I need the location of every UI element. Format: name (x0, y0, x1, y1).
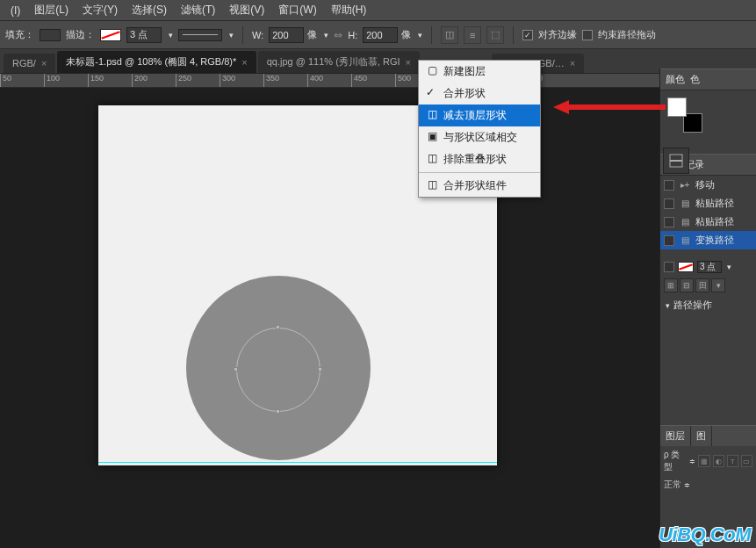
dropdown-arrow-icon[interactable]: ▾ (229, 31, 234, 40)
alignment-icon-row: ⊞ ⊟ 田 ▾ (660, 276, 756, 295)
align-edges-checkbox[interactable] (522, 30, 533, 40)
dropdown-arrow-icon[interactable]: ▾ (418, 31, 422, 40)
exclude-icon: ◫ (428, 152, 438, 162)
foreground-color[interactable] (667, 97, 687, 117)
document-tab[interactable]: 未标题-1.psd @ 108% (椭圆 4, RGB/8)*× (57, 51, 256, 73)
history-item[interactable]: ▸+移动 (660, 176, 756, 194)
svg-rect-2 (670, 160, 682, 162)
menu-item[interactable]: (I) (4, 4, 27, 17)
menu-bar: (I) 图层(L) 文字(Y) 选择(S) 滤镜(T) 视图(V) 窗口(W) … (0, 0, 756, 21)
document-icon: ▤ (679, 217, 691, 227)
document-icon: ▤ (679, 198, 691, 209)
path-operations-button[interactable]: ◫ (441, 26, 458, 44)
close-icon[interactable]: × (406, 57, 411, 68)
menu-item[interactable]: 文字(Y) (76, 3, 125, 18)
align-button[interactable]: ⊞ (664, 278, 678, 292)
intersect-icon: ▣ (428, 130, 438, 141)
filter-type-icon[interactable]: T (727, 455, 738, 467)
fill-mini-swatch[interactable] (664, 262, 674, 272)
history-item[interactable]: ▤粘贴路径 (660, 213, 756, 231)
layers-panel-tabs: 图层 图 (660, 425, 756, 446)
path-anchor-handle[interactable] (234, 367, 238, 371)
stroke-width-field[interactable] (126, 27, 162, 43)
menu-item-combine-shapes[interactable]: ✓ 合并形状 (419, 83, 540, 105)
panel-tab-layers[interactable]: 图层 (660, 426, 691, 446)
document-tab[interactable]: qq.jpg @ 111% (秀川临慕, RGI× (258, 51, 420, 73)
stroke-mini-swatch[interactable] (678, 262, 694, 272)
svg-marker-0 (553, 100, 666, 114)
menu-item-new-layer[interactable]: ▢ 新建图层 (419, 61, 540, 83)
filter-adjustment-icon[interactable]: ◐ (713, 455, 724, 467)
subtract-icon: ◫ (428, 108, 438, 119)
right-panels: 颜色 色 历史记录 ▸+移动 ▤粘贴路径 ▤粘贴路径 ▤变换路径 ▾ ⊞ ⊟ 田… (659, 68, 756, 548)
panel-tab-paths[interactable]: 图 (691, 426, 712, 446)
fill-swatch[interactable] (40, 29, 61, 41)
shape-ellipse-inner-path[interactable] (236, 328, 320, 412)
filter-shape-icon[interactable]: ▭ (741, 455, 752, 467)
menu-item[interactable]: 视图(V) (222, 3, 271, 18)
align-button[interactable]: ⊟ (680, 278, 694, 292)
close-icon[interactable]: × (41, 58, 47, 68)
menu-item[interactable]: 窗口(W) (271, 3, 323, 18)
watermark: UiBQ.CoM (653, 522, 756, 548)
panel-tab-color[interactable]: 颜色 (666, 73, 685, 86)
blend-mode-row[interactable]: 正常 ≑ (660, 476, 756, 494)
merge-icon: ◫ (428, 178, 438, 189)
options-bar: 填充： 描边： ▾ ▾ W: 像 ▾ ⇔ H: 像 ▾ ◫ ≡ ⬚ 对齐边缘 约… (0, 21, 756, 49)
stroke-swatch[interactable] (100, 29, 121, 41)
layer-filter-row: ρ 类型 ≑ ▦ ◐ T ▭ (660, 446, 756, 476)
fill-label: 填充： (5, 28, 34, 41)
align-button[interactable]: 田 (695, 278, 709, 292)
stroke-width-mini[interactable] (697, 261, 722, 273)
check-icon: ✓ (426, 86, 435, 98)
horizontal-guide[interactable] (98, 462, 497, 463)
separator (431, 26, 432, 44)
separator (513, 26, 514, 44)
menu-item-merge-shape-components[interactable]: ◫ 合并形状组件 (419, 175, 540, 197)
panel-tab-swatches[interactable]: 色 (690, 73, 700, 86)
panel-collapse-icon[interactable] (663, 148, 689, 174)
filter-label: ρ 类型 (664, 449, 687, 473)
stroke-label: 描边： (66, 28, 95, 41)
align-button[interactable]: ▾ (711, 278, 725, 292)
menu-item-exclude-overlap[interactable]: ◫ 排除重叠形状 (419, 148, 540, 170)
constrain-path-label: 约束路径拖动 (598, 28, 656, 41)
width-label: W: (252, 30, 263, 40)
height-unit: 像 (401, 28, 411, 41)
path-anchor-handle[interactable] (276, 325, 280, 329)
path-anchor-handle[interactable] (318, 367, 322, 371)
close-icon[interactable]: × (570, 58, 575, 68)
menu-item[interactable]: 图层(L) (27, 3, 76, 18)
height-field[interactable] (363, 27, 398, 43)
width-field[interactable] (269, 27, 304, 43)
menu-item-subtract-front-shape[interactable]: ◫ 减去顶层形状 (419, 105, 540, 126)
document-icon: ▤ (679, 235, 691, 246)
dropdown-arrow-icon[interactable]: ▾ (727, 263, 731, 271)
close-icon[interactable]: × (241, 57, 247, 68)
dropdown-arrow-icon[interactable]: ▾ (324, 31, 328, 40)
path-anchor-handle[interactable] (276, 409, 280, 414)
path-ops-section[interactable]: 路径操作 (660, 295, 756, 315)
stroke-style-preview[interactable] (178, 29, 222, 41)
menu-separator (419, 172, 540, 173)
link-wh-icon[interactable]: ⇔ (334, 29, 342, 41)
canvas-area (0, 88, 659, 548)
document-tab-bar: RGB/× 未标题-1.psd @ 108% (椭圆 4, RGB/8)*× q… (0, 49, 756, 74)
path-alignment-button[interactable]: ≡ (464, 26, 481, 44)
filter-pixel-icon[interactable]: ▦ (698, 455, 709, 467)
constrain-path-checkbox[interactable] (582, 30, 593, 40)
menu-item-intersect-shapes[interactable]: ▣ 与形状区域相交 (419, 126, 540, 148)
history-item[interactable]: ▤变换路径 (660, 231, 756, 249)
menu-item[interactable]: 帮助(H) (324, 3, 374, 18)
menu-item[interactable]: 滤镜(T) (174, 3, 222, 18)
dropdown-arrow-icon[interactable]: ▾ (169, 31, 173, 40)
menu-item[interactable]: 选择(S) (125, 3, 174, 18)
document-tab[interactable]: RGB/× (4, 54, 55, 73)
path-arrangement-button[interactable]: ⬚ (486, 26, 504, 44)
stroke-mini-row: ▾ (660, 258, 756, 276)
history-item[interactable]: ▤粘贴路径 (660, 194, 756, 213)
width-unit: 像 (307, 28, 317, 41)
foreground-background-swatch[interactable] (667, 97, 702, 133)
blend-mode-select[interactable]: 正常 (664, 479, 681, 491)
move-icon: ▸+ (679, 180, 691, 191)
